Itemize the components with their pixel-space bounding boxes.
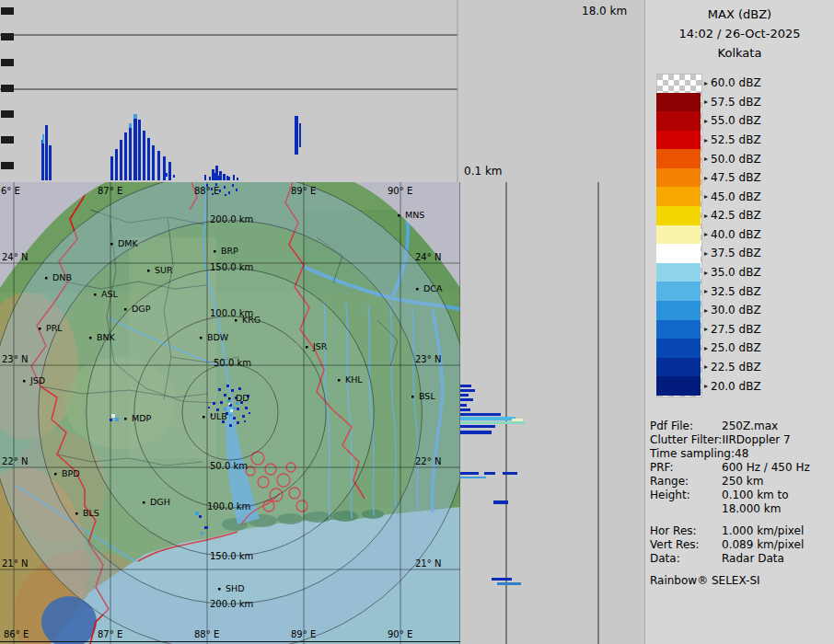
- range-ring-label: 150.0 km: [210, 551, 253, 561]
- scale-marker-icon: ▸: [704, 230, 711, 238]
- lon-label: 86° E: [4, 629, 29, 639]
- scale-swatch: [656, 206, 701, 225]
- lon-label: 88° E: [194, 186, 219, 196]
- legend-panel: MAX (dBZ) 14:02 / 26-Oct-2025 Kolkata ▸6…: [644, 0, 834, 644]
- scale-row: ▸60.0 dBZ: [656, 74, 831, 93]
- scale-row: ▸40.0 dBZ: [656, 225, 831, 245]
- scale-label: 30.0 dBZ: [711, 304, 761, 316]
- lon-label: 89° E: [291, 186, 316, 196]
- info-label: Data:: [650, 552, 722, 566]
- lat-label: 22° N: [2, 456, 28, 466]
- scale-label: 22.5 dBZ: [711, 361, 761, 374]
- range-ring-label: 150.0 km: [210, 262, 253, 272]
- info-row: 18.000 km: [650, 502, 832, 516]
- product-info: Pdf File:250Z.max Clutter Filter:IIRDopp…: [650, 420, 832, 588]
- scale-label: 50.0 dBZ: [711, 153, 761, 166]
- scale-swatch: [656, 263, 701, 282]
- info-label: Height:: [650, 489, 722, 502]
- city-label: DGP: [132, 304, 151, 314]
- scale-marker-icon: ▸: [704, 249, 711, 258]
- info-value: 600 Hz / 450 Hz: [722, 461, 810, 475]
- scale-swatch: [656, 301, 701, 320]
- info-row: Clutter Filter:IIRDoppler 7: [650, 433, 832, 447]
- scale-row: ▸50.0 dBZ: [656, 149, 831, 168]
- scale-row: ▸55.0 dBZ: [656, 111, 831, 131]
- info-value: Radar Data: [722, 552, 784, 566]
- scale-row: ▸27.5 dBZ: [656, 320, 831, 339]
- lon-label: 87° E: [98, 629, 122, 639]
- info-label: Vert Res:: [650, 538, 722, 552]
- scale-label: 37.5 dBZ: [711, 247, 761, 259]
- scale-row: ▸45.0 dBZ: [656, 187, 831, 206]
- scale-row: ▸35.0 dBZ: [656, 263, 831, 282]
- scale-label: 40.0 dBZ: [711, 228, 761, 241]
- scale-marker-icon: ▸: [704, 287, 711, 295]
- scale-marker-icon: ▸: [704, 306, 711, 315]
- top-height-axis-label: 18.0 km: [582, 5, 627, 17]
- scale-marker-icon: ▸: [704, 382, 711, 390]
- scale-row: ▸37.5 dBZ: [656, 244, 831, 263]
- city-label: BPD: [62, 468, 80, 478]
- scale-swatch: [656, 244, 701, 263]
- scale-label: 32.5 dBZ: [711, 285, 761, 298]
- lat-label: 24° N: [415, 252, 441, 262]
- product-title: MAX (dBZ): [645, 5, 834, 24]
- scale-label: 20.0 dBZ: [711, 380, 761, 393]
- city-label: DCA: [423, 283, 443, 293]
- height-axis-ticks: [1, 7, 14, 169]
- scale-label: 55.0 dBZ: [711, 114, 761, 127]
- lon-label: 89° E: [291, 629, 316, 639]
- city-label: PRL: [46, 323, 63, 333]
- side-height-axis-label: 0.1 km: [464, 165, 503, 178]
- radar-site: Kolkata: [645, 43, 834, 63]
- city-label: DD: [236, 393, 249, 403]
- top-height-profile-panel: 18.0 km 0.1 km: [0, 0, 644, 182]
- scale-row: ▸22.5 dBZ: [656, 358, 831, 377]
- city-label: DMK: [118, 238, 139, 248]
- info-value: IIRDoppler 7: [722, 433, 790, 447]
- city-label: ULB: [210, 411, 227, 421]
- scale-swatch: [656, 74, 701, 93]
- scale-marker-icon: ▸: [704, 79, 711, 87]
- scale-label: 45.0 dBZ: [711, 190, 761, 203]
- range-ring-label: 100.0 km: [207, 501, 250, 512]
- lon-label: 90° E: [388, 186, 412, 196]
- info-label: Time sampling:: [650, 447, 735, 461]
- scale-swatch: [656, 187, 701, 206]
- city-label: KHL: [345, 374, 363, 385]
- scale-label: 52.5 dBZ: [711, 133, 761, 146]
- scale-swatch: [656, 149, 701, 168]
- scale-label: 57.5 dBZ: [711, 96, 761, 109]
- range-ring-label: 50.0 km: [214, 358, 251, 368]
- scale-marker-icon: ▸: [704, 269, 711, 277]
- info-row: Range:250 km: [650, 475, 832, 489]
- info-row: Pdf File:250Z.max: [650, 420, 832, 433]
- scale-swatch: [656, 339, 701, 358]
- range-ring-label: 200.0 km: [210, 214, 253, 224]
- height-gridlines: [0, 35, 458, 89]
- info-row: Height:0.100 km to: [650, 489, 832, 502]
- info-label: Hor Res:: [650, 524, 722, 538]
- scale-row: ▸20.0 dBZ: [656, 376, 831, 396]
- scale-swatch: [656, 168, 701, 188]
- scale-row: ▸25.0 dBZ: [656, 339, 831, 358]
- scale-marker-icon: ▸: [704, 117, 711, 125]
- scale-marker-icon: ▸: [704, 174, 711, 182]
- scale-label: 47.5 dBZ: [711, 171, 761, 184]
- city-label: JSD: [29, 375, 45, 385]
- city-label: ASL: [101, 289, 119, 299]
- city-label: BRP: [221, 246, 238, 256]
- info-label: [650, 502, 722, 516]
- echo-height-bars: [460, 385, 525, 585]
- lon-label: 6° E: [1, 186, 20, 196]
- city-label: BDW: [207, 332, 229, 342]
- scale-marker-icon: ▸: [704, 344, 711, 352]
- scale-marker-icon: ▸: [704, 362, 711, 371]
- scale-marker-icon: ▸: [704, 98, 711, 106]
- scale-swatch: [656, 282, 701, 301]
- info-label: Clutter Filter:: [650, 433, 722, 447]
- info-label: Range:: [650, 475, 722, 489]
- side-height-profile-panel: [460, 182, 644, 644]
- lat-label: 23° N: [415, 354, 441, 364]
- scale-label: 27.5 dBZ: [711, 323, 761, 336]
